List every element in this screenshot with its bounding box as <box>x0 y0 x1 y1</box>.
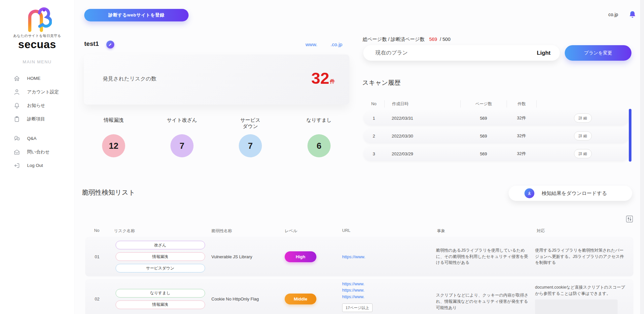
sidebar-item-label: Log Out <box>27 163 43 168</box>
column-header-incident: 事象 <box>436 228 535 234</box>
register-website-button[interactable]: 診断するwebサイトを登録 <box>84 9 189 21</box>
risk-tag: 情報漏洩 <box>116 252 205 261</box>
risk-tag: 情報漏洩 <box>116 300 205 309</box>
sidebar-item-label: アカウント設定 <box>27 89 59 95</box>
detail-button[interactable]: 詳細 <box>574 131 592 141</box>
home-icon <box>13 75 20 82</box>
column-header-level: レベル <box>284 228 340 234</box>
bell-icon <box>13 102 20 109</box>
table-filter-icon[interactable] <box>626 215 633 223</box>
risk-category-service-down: サービス ダウン 7 <box>226 117 275 157</box>
category-count-circle: 7 <box>239 134 262 157</box>
menu-divider-gap <box>0 126 74 132</box>
risk-category-spoofing: なりすまし 6 <box>294 117 344 157</box>
countermeasure-description: 使用するJSライブラリを脆弱性対策されたバージョンへ更新する。JSライブラリのア… <box>535 247 633 266</box>
url-link[interactable]: https://www. <box>342 294 436 300</box>
row-date: 2022/03/31 <box>384 116 460 121</box>
menu-section-label: MAIN MENU <box>0 59 74 64</box>
table-row: 01 改ざん 情報漏洩 サービスダウン Vulnerable JS Librar… <box>85 237 633 276</box>
scan-history-header: No 作成日時 ページ数 件数 <box>363 100 629 108</box>
page-count-summary: 総ページ数 / 診断済ページ数 569 / 500 <box>363 36 450 43</box>
masked-block <box>535 299 618 314</box>
risk-tag: サービスダウン <box>116 264 205 272</box>
row-count: 32件 <box>507 115 536 121</box>
risk-summary-count: 32 件 <box>311 70 335 86</box>
clipboard-icon <box>13 115 20 123</box>
row-no: 01 <box>85 254 109 259</box>
scan-history-title: スキャン履歴 <box>362 78 401 87</box>
more-pages-button[interactable]: 17ページ以上 <box>342 303 373 312</box>
row-pages: 569 <box>460 134 507 139</box>
sidebar-item-news[interactable]: お知らせ <box>0 99 74 112</box>
sidebar-item-account[interactable]: アカウント設定 <box>0 85 74 99</box>
row-no: 2 <box>363 134 384 139</box>
scan-history-scrollbar[interactable] <box>629 109 631 162</box>
sidebar-item-label: 診断項目 <box>27 116 45 122</box>
sidebar-item-logout[interactable]: Log Out <box>0 159 74 172</box>
category-label: 情報漏洩 <box>89 117 138 134</box>
category-label: なりすまし <box>294 117 344 134</box>
risk-tag: 改ざん <box>116 241 205 249</box>
column-header-risk-name: リスク名称 <box>109 228 211 234</box>
risk-count-unit: 件 <box>330 78 335 85</box>
incident-description: 脆弱性のあるJSライブラリを使用しているために、その脆弱性を利用したセキュリティ… <box>436 247 535 266</box>
row-date: 2022/03/29 <box>384 151 460 156</box>
site-url-tld-link[interactable]: .co.jp <box>331 42 342 47</box>
download-button-label: 検知結果をダウンロードする <box>542 190 607 197</box>
url-link[interactable]: https://www. <box>342 281 436 287</box>
edit-site-icon[interactable] <box>106 41 114 48</box>
page-scrollbar[interactable] <box>640 0 644 314</box>
account-domain-label: co.jp <box>608 12 618 17</box>
category-count-circle: 6 <box>307 134 331 157</box>
column-header-pages: ページ数 <box>460 100 507 108</box>
brand-logo: あなたのサイトを毎日見守る secuas <box>0 0 74 51</box>
table-row: 1 2022/03/31 569 32件 詳細 <box>363 110 629 126</box>
sidebar-item-contact[interactable]: 問い合わせ <box>0 145 74 159</box>
current-plan-card: 現在のプラン Light <box>363 45 560 61</box>
change-plan-button[interactable]: プランを変更 <box>565 45 631 61</box>
notification-bell-icon[interactable] <box>628 11 636 19</box>
brand-name: secuas <box>0 38 74 51</box>
table-row: 3 2022/03/29 569 32件 詳細 <box>363 146 629 161</box>
level-badge-middle: Middle <box>285 294 316 304</box>
brand-tagline: あなたのサイトを毎日見守る <box>0 34 74 38</box>
site-url: www..co.jp <box>305 42 342 47</box>
detail-button[interactable]: 詳細 <box>574 113 592 123</box>
column-header-url: URL <box>340 228 436 234</box>
user-icon <box>13 88 20 96</box>
risk-category-defacement: サイト改ざん 7 <box>157 117 207 157</box>
svg-text:Q: Q <box>16 137 17 139</box>
site-url-www-link[interactable]: www. <box>305 42 317 47</box>
mail-icon <box>13 148 20 156</box>
vulnerability-table-header: No リスク名称 脆弱性名称 レベル URL 事象 対応 <box>85 228 633 234</box>
url-list: https://www. https://www. https://www. 1… <box>340 279 436 312</box>
detail-button[interactable]: 詳細 <box>574 149 592 158</box>
countermeasure-description: document.cookieなど直接スクリプトのスコープから参照することは防ぐ… <box>535 279 633 314</box>
row-pages: 569 <box>460 116 507 121</box>
table-row: 2 2022/03/30 569 32件 詳細 <box>363 128 629 143</box>
sidebar-item-diagnostics[interactable]: 診断項目 <box>0 112 74 126</box>
url-link[interactable]: https://www. <box>342 254 436 259</box>
url-link[interactable]: https://www. <box>342 287 436 294</box>
current-plan-label: 現在のプラン <box>376 49 408 56</box>
sidebar-item-home[interactable]: HOME <box>0 72 74 85</box>
download-icon <box>524 188 534 198</box>
column-header-vuln-name: 脆弱性名称 <box>211 228 284 234</box>
row-no: 3 <box>363 151 384 156</box>
incident-description: スクリプトなどにより、クッキーの内容が取得され、情報漏洩などのセキュリティ侵害が… <box>436 279 535 311</box>
sidebar-item-qa[interactable]: Q A Q&A <box>0 132 74 145</box>
page-count-label: 総ページ数 / 診断済ページ数 <box>363 37 424 42</box>
scan-history-table: 1 2022/03/31 569 32件 詳細 2 2022/03/30 569… <box>363 110 629 164</box>
sidebar-menu: HOME アカウント設定 お知らせ 診断 <box>0 72 74 172</box>
current-plan-name: Light <box>537 50 551 56</box>
download-results-button[interactable]: 検知結果をダウンロードする <box>509 186 632 201</box>
qa-chat-icon: Q A <box>13 135 20 142</box>
row-pages: 569 <box>460 151 507 156</box>
row-count: 32件 <box>507 151 536 157</box>
sidebar-item-label: お知らせ <box>27 103 45 109</box>
sidebar-item-label: 問い合わせ <box>27 149 50 155</box>
column-header-no: No <box>85 228 109 234</box>
row-count: 32件 <box>507 133 536 139</box>
row-no: 02 <box>85 297 109 301</box>
level-badge-high: High <box>285 251 316 262</box>
